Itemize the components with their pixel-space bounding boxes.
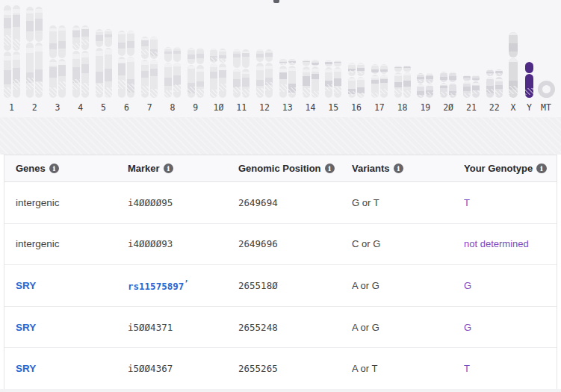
chromosome-4[interactable]: [72, 25, 89, 98]
chromosome-9[interactable]: [187, 48, 204, 98]
chromosome-6[interactable]: [118, 31, 134, 98]
info-icon[interactable]: i: [164, 164, 174, 174]
chromosome-band: [463, 87, 471, 91]
chromosome-band: [440, 86, 447, 89]
chromosome-hatch-band: [265, 82, 273, 90]
chromosome-band: [463, 81, 471, 83]
chromosome-band: [509, 58, 518, 62]
chromosome-band: [312, 63, 319, 64]
gene-cell[interactable]: SRY: [16, 280, 128, 291]
chromosome-10[interactable]: [210, 49, 226, 98]
chromosome-arm: [233, 69, 241, 98]
page-bottom-edge: [0, 389, 561, 392]
chromosome-hatch-band: [150, 89, 158, 97]
chromosome-7[interactable]: [141, 37, 158, 98]
chromosome-hatch-band: [279, 84, 287, 91]
marker-cell: i4ØØØØ95: [128, 197, 238, 208]
chromosome-band: [325, 61, 332, 62]
genes-header-label: Genes: [16, 163, 46, 174]
chromatid: [141, 37, 149, 98]
info-icon[interactable]: i: [325, 164, 335, 174]
chromosome-band: [127, 31, 134, 34]
genomic-position-cell: 265518Ø: [238, 280, 352, 291]
chromosome-band: [96, 51, 103, 56]
genotype-cell: not determined: [464, 238, 557, 249]
chromatid: [4, 5, 11, 98]
chromosome-band: [58, 41, 66, 49]
gene-cell[interactable]: SRY: [16, 322, 128, 333]
chromosome-21[interactable]: [463, 75, 480, 98]
chromosome-hatch-band: [141, 86, 149, 94]
chromatid: [495, 69, 503, 98]
chromosome-arm: [26, 7, 34, 42]
chromosome-5[interactable]: [96, 29, 112, 98]
info-icon[interactable]: i: [394, 164, 404, 174]
chromosome-arm: [380, 64, 388, 74]
chromosome-arm: [288, 66, 296, 98]
chromosome-band: [495, 79, 503, 81]
chromosome-x[interactable]: [509, 32, 518, 98]
chromatid: [371, 64, 379, 98]
chromatid: [303, 60, 310, 98]
chromosome-19[interactable]: [417, 73, 433, 98]
chromosome-15[interactable]: [325, 60, 341, 98]
chromatid: [357, 63, 365, 98]
chromosome-8[interactable]: [164, 47, 181, 98]
chromosome-20[interactable]: [440, 72, 456, 98]
chromosome-band: [495, 85, 503, 89]
chromosome-hatch-band: [219, 84, 226, 91]
chromosome-arm: [525, 74, 534, 98]
chromosome-band: [173, 75, 181, 85]
chromosome-band: [233, 69, 241, 72]
chromosome-band: [440, 77, 447, 80]
chromosome-arm: [164, 47, 172, 62]
chromosome-11[interactable]: [233, 49, 249, 98]
marker-cell[interactable]: rs11575897’: [128, 279, 238, 292]
chromosome-arm: [265, 63, 273, 98]
chromosome-band: [81, 29, 89, 37]
your-genotype-header-label: Your Genotype: [464, 163, 533, 174]
variants-cell: A or T: [352, 363, 464, 374]
chromosome-arm: [150, 60, 158, 98]
info-icon[interactable]: i: [536, 164, 547, 174]
genotype-cell: T: [464, 197, 557, 208]
chromosome-14[interactable]: [303, 60, 319, 98]
chromosome-arm: [371, 64, 379, 74]
chromosome-arm: [303, 66, 310, 98]
chromosome-22[interactable]: [486, 69, 503, 98]
chromosome-arm: [303, 60, 310, 66]
chromosome-band: [463, 75, 471, 76]
chromosome-12[interactable]: [256, 49, 273, 98]
column-header-genes: Genesi: [16, 163, 128, 174]
cropped-element-fragment: [273, 0, 279, 3]
chromosome-18[interactable]: [394, 66, 411, 98]
table-row: SRY i5ØØ4367 2655265 A or T T: [4, 348, 557, 390]
chromosome-band: [348, 78, 356, 81]
chromosome-3[interactable]: [49, 25, 66, 98]
chromosome-17[interactable]: [371, 64, 388, 98]
chromosome-2[interactable]: [26, 7, 43, 98]
info-icon[interactable]: i: [49, 164, 60, 174]
chromosome-13[interactable]: [279, 59, 296, 98]
chromosome-mt[interactable]: [538, 81, 555, 98]
chromosome-arm: [449, 72, 456, 82]
marker-cell: i4ØØØØ93: [128, 238, 238, 249]
chromosome-band: [380, 75, 388, 78]
chromosome-hatch-band: [426, 92, 433, 95]
chromosome-hatch-band: [312, 91, 319, 98]
chromosome-arm: [141, 37, 149, 59]
chromosome-y[interactable]: [525, 62, 534, 98]
chromosome-band: [96, 35, 103, 41]
chromosome-1[interactable]: [4, 5, 20, 98]
chromosome-band: [417, 74, 424, 75]
chromosome-arm: [403, 66, 411, 72]
chromosome-16[interactable]: [348, 63, 365, 98]
chromosome-hatch-band: [417, 95, 424, 98]
gene-cell[interactable]: SRY: [16, 363, 128, 374]
chromosome-hatch-band: [426, 81, 433, 83]
chromosome-band: [150, 69, 158, 77]
chromosome-band: [150, 60, 158, 64]
table-body: intergenic i4ØØØØ95 2649694 G or T T int…: [4, 182, 557, 390]
chromosome-hatch-band: [13, 39, 20, 49]
chromosome-band: [26, 10, 34, 14]
